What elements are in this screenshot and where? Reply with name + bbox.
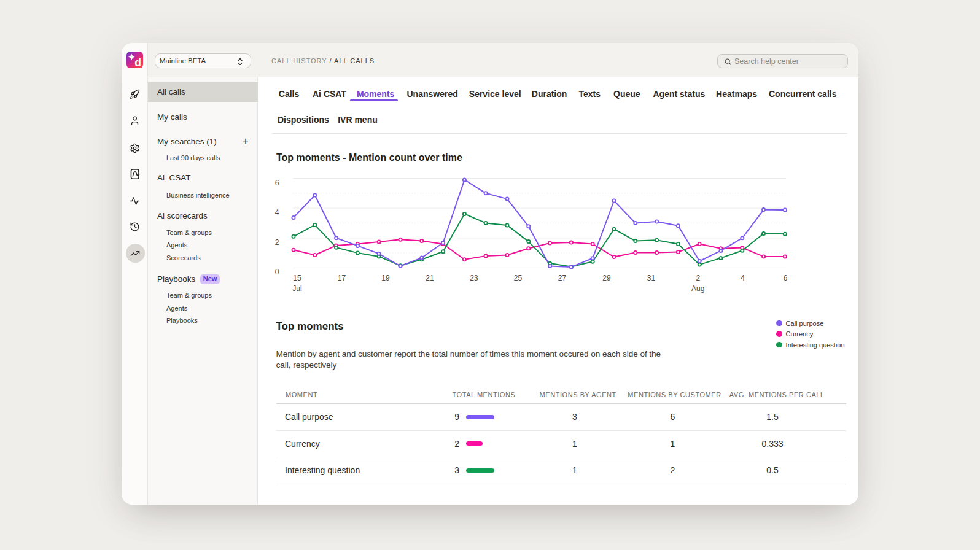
svg-text:0: 0 [275, 268, 279, 276]
svg-text:23: 23 [470, 274, 478, 282]
svg-text:4: 4 [741, 274, 745, 282]
svg-text:2: 2 [275, 238, 279, 247]
svg-text:19: 19 [381, 274, 390, 282]
svg-text:25: 25 [514, 274, 523, 282]
svg-text:d: d [134, 56, 141, 68]
svg-text:Jul: Jul [292, 284, 301, 293]
svg-text:6: 6 [784, 274, 788, 282]
svg-text:31: 31 [647, 274, 656, 282]
svg-text:Aug: Aug [691, 284, 704, 293]
svg-text:15: 15 [293, 274, 301, 282]
svg-text:27: 27 [558, 274, 567, 282]
svg-text:21: 21 [426, 274, 434, 282]
svg-text:2: 2 [696, 274, 700, 282]
svg-text:17: 17 [338, 274, 346, 282]
svg-text:6: 6 [275, 179, 279, 187]
svg-text:29: 29 [602, 274, 611, 282]
svg-text:4: 4 [275, 208, 279, 217]
